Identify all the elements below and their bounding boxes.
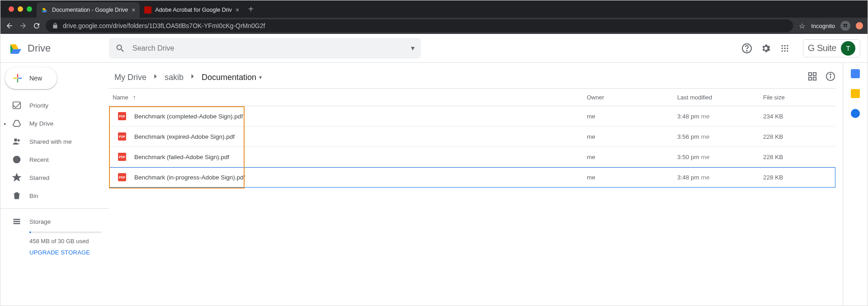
sidebar-item-label: My Drive	[29, 120, 53, 127]
sidebar: New Priority▸My DriveShared with meRecen…	[0, 63, 109, 306]
tasks-icon[interactable]	[851, 109, 860, 118]
sidebar-item-label: Starred	[29, 174, 49, 181]
sidebar-item-label: Shared with me	[29, 138, 72, 145]
file-owner: me	[587, 133, 677, 140]
reload-button[interactable]	[32, 22, 41, 30]
forward-button[interactable]	[19, 22, 28, 30]
svg-rect-22	[809, 77, 811, 80]
pdf-icon: PDF	[118, 173, 126, 181]
file-modified: 3:50 pmme	[677, 154, 763, 160]
close-tab-icon[interactable]: ×	[132, 7, 135, 13]
drive-icon	[8, 40, 24, 56]
svg-point-4	[781, 45, 783, 46]
breadcrumb-separator	[151, 72, 160, 83]
close-tab-icon[interactable]: ×	[236, 7, 239, 13]
svg-rect-21	[813, 73, 816, 75]
back-button[interactable]	[5, 22, 14, 30]
svg-point-3	[746, 50, 747, 51]
minimize-window-icon[interactable]	[18, 6, 23, 12]
gsuite-label: G Suite	[808, 43, 836, 53]
gsuite-badge[interactable]: G Suite T	[803, 39, 860, 57]
file-owner: me	[587, 174, 677, 181]
file-row[interactable]: PDFBenchmark (expired-Adobe Sign).pdfme3…	[109, 127, 835, 147]
keep-icon[interactable]	[851, 89, 860, 98]
browser-tab[interactable]: Adobe Acrobat for Google Driv×	[140, 2, 244, 18]
sidebar-item-recent[interactable]: Recent	[0, 151, 109, 169]
browser-chrome: Documentation - Google Drive×Adobe Acrob…	[0, 0, 868, 34]
column-owner[interactable]: Owner	[587, 94, 677, 101]
search-input[interactable]	[132, 44, 404, 52]
tab-label: Adobe Acrobat for Google Driv	[155, 7, 232, 13]
drive-logo[interactable]: Drive	[8, 40, 109, 56]
app-header: Drive ▾ G Suite T	[0, 34, 868, 63]
file-name: Benchmark (completed-Adobe Sign).pdf	[134, 113, 243, 120]
file-list: PDFBenchmark (completed-Adobe Sign).pdfm…	[109, 106, 835, 188]
search-options-icon[interactable]: ▾	[411, 44, 415, 52]
breadcrumb-item[interactable]: Documentation ▾	[200, 71, 264, 84]
apps-grid-icon[interactable]	[779, 43, 790, 54]
svg-point-7	[781, 47, 783, 49]
svg-point-11	[784, 50, 785, 52]
new-button[interactable]: New	[5, 67, 57, 89]
file-modified: 3:48 pmme	[677, 113, 763, 120]
sidebar-item-starred[interactable]: Starred	[0, 169, 109, 187]
extension-icon[interactable]	[856, 22, 863, 29]
incognito-label: Incognito	[811, 23, 835, 29]
svg-point-12	[787, 50, 788, 52]
file-row[interactable]: PDFBenchmark (completed-Adobe Sign).pdfm…	[109, 106, 835, 127]
file-row[interactable]: PDFBenchmark (in-progress-Adobe Sign).pd…	[109, 167, 835, 188]
storage-icon	[12, 217, 21, 226]
breadcrumb-item[interactable]: My Drive	[113, 71, 148, 84]
sidebar-item-label: Priority	[29, 102, 48, 109]
sidebar-item-shared-with-me[interactable]: Shared with me	[0, 132, 109, 151]
list-header: Name↑ Owner Last modified File size	[109, 88, 835, 106]
search-icon	[115, 43, 125, 53]
sidebar-item-storage[interactable]: Storage	[12, 212, 109, 231]
sidebar-item-my-drive[interactable]: ▸My Drive	[0, 114, 109, 132]
file-row[interactable]: PDFBenchmark (failed-Adobe Sign).pdfme3:…	[109, 147, 835, 167]
file-modified: 3:56 pmme	[677, 133, 763, 140]
new-button-label: New	[29, 75, 42, 82]
content-area: New Priority▸My DriveShared with meRecen…	[0, 63, 868, 306]
svg-point-0	[844, 25, 845, 27]
calendar-icon[interactable]	[851, 69, 860, 78]
help-icon[interactable]	[741, 43, 752, 54]
details-info-icon[interactable]	[826, 71, 835, 83]
breadcrumb: My DrivesakibDocumentation ▾	[113, 71, 807, 84]
svg-point-10	[781, 50, 783, 52]
avatar[interactable]: T	[841, 41, 855, 56]
file-modified: 3:48 pmme	[677, 174, 763, 181]
sidebar-item-priority[interactable]: Priority	[0, 96, 109, 114]
plus-icon	[11, 72, 24, 85]
file-size: 228 KB	[763, 154, 835, 160]
sidebar-item-bin[interactable]: Bin	[0, 187, 109, 205]
pdf-icon: PDF	[118, 132, 126, 141]
main-panel: My DrivesakibDocumentation ▾ Name↑ Owner…	[109, 63, 843, 306]
bookmark-star-icon[interactable]: ☆	[797, 22, 807, 30]
app-name: Drive	[28, 42, 51, 54]
grid-view-icon[interactable]	[807, 71, 817, 83]
breadcrumb-item[interactable]: sakib	[163, 71, 185, 84]
url-field[interactable]: drive.google.com/drive/folders/1D3fLOA5t…	[46, 19, 793, 32]
new-tab-button[interactable]: +	[244, 4, 258, 14]
column-modified[interactable]: Last modified	[677, 94, 763, 101]
sort-asc-icon: ↑	[133, 94, 136, 101]
browser-tab[interactable]: Documentation - Google Drive×	[37, 2, 140, 18]
storage-text: 458 MB of 30 GB used	[29, 238, 109, 245]
svg-rect-18	[14, 221, 20, 222]
url-text: drive.google.com/drive/folders/1D3fLOA5t…	[63, 22, 265, 29]
close-window-icon[interactable]	[9, 6, 14, 12]
shared-icon	[12, 137, 21, 146]
maximize-window-icon[interactable]	[27, 6, 32, 12]
settings-gear-icon[interactable]	[760, 43, 771, 54]
storage-bar	[29, 231, 102, 233]
expand-chevron-icon[interactable]: ▸	[4, 121, 6, 126]
search-box[interactable]: ▾	[109, 38, 421, 59]
column-name[interactable]: Name↑	[113, 94, 587, 101]
upgrade-storage-link[interactable]: UPGRADE STORAGE	[29, 249, 109, 256]
column-size[interactable]: File size	[763, 94, 835, 101]
file-size: 234 KB	[763, 113, 835, 120]
mydrive-icon	[12, 119, 21, 128]
svg-point-8	[784, 47, 785, 49]
chevron-down-icon[interactable]: ▾	[259, 74, 262, 80]
